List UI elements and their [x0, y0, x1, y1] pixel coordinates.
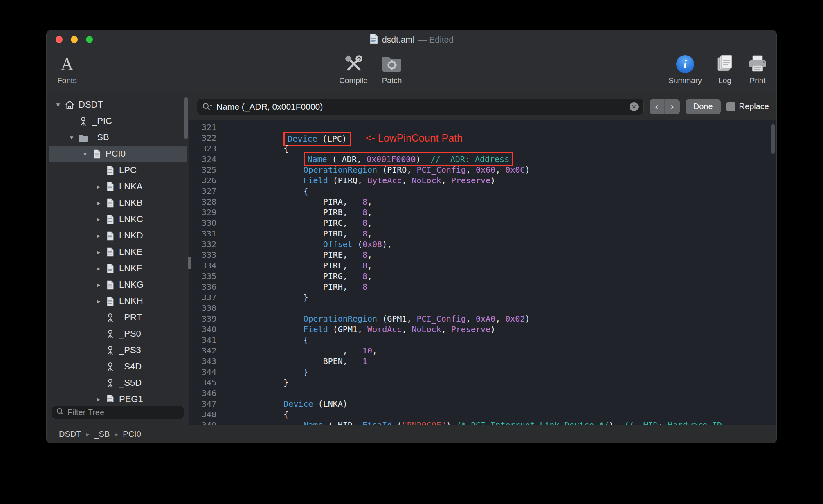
code-line: 333 PIRE, 8, [189, 250, 776, 260]
sidebar-item-lnkg[interactable]: ▸LNKG [49, 277, 187, 293]
code-line: 340 Field (GPM1, WordAcc, NoLock, Preser… [189, 324, 776, 335]
sidebar-item-_sb[interactable]: ▾_SB [49, 129, 187, 146]
filter-tree-input[interactable] [67, 408, 180, 417]
code-token: 0x08 [362, 239, 382, 249]
line-number: 333 [189, 250, 216, 260]
code-token: 8 [362, 282, 367, 292]
tree-item-label: _PIC [92, 116, 112, 126]
code-token [244, 176, 304, 185]
patch-button[interactable]: Patch [372, 52, 412, 92]
disclosure-triangle-icon[interactable]: ▾ [66, 133, 77, 142]
code-line: 337 } [189, 292, 776, 303]
find-field[interactable]: ✕ [197, 99, 644, 115]
code-token: } [244, 378, 288, 387]
disclosure-triangle-icon[interactable]: ▸ [93, 248, 104, 256]
search-menu-icon[interactable] [202, 102, 213, 111]
code-token: 8 [362, 229, 367, 239]
fonts-icon: A [61, 56, 73, 73]
tree-item-label: LNKF [119, 263, 142, 274]
sidebar-item-lnkh[interactable]: ▸LNKH [49, 293, 187, 309]
sidebar-item-lpc[interactable]: LPC [49, 162, 187, 178]
patch-folder-icon [381, 54, 403, 74]
code-line: 344 } [189, 367, 776, 377]
code-line: 339 OperationRegion (GPM1, PCI_Config, 0… [189, 313, 776, 324]
splitter-handle[interactable] [188, 257, 191, 269]
line-number: 322 [189, 133, 216, 143]
code-token: (_HID, [323, 420, 362, 425]
disclosure-triangle-icon[interactable]: ▾ [53, 101, 63, 109]
breadcrumb-item-_sb[interactable]: _SB [94, 430, 110, 439]
code-token: Device [283, 399, 313, 409]
find-next-button[interactable]: › [665, 99, 680, 114]
line-number: 339 [189, 314, 216, 324]
disclosure-triangle-icon[interactable]: ▾ [80, 150, 90, 158]
print-button[interactable]: Print [738, 52, 777, 92]
line-number: 341 [189, 335, 216, 345]
summary-label: Summary [668, 76, 702, 85]
fonts-button[interactable]: A Fonts [47, 52, 87, 92]
breadcrumb-item-dsdt[interactable]: DSDT [59, 430, 81, 439]
sidebar-item-pci0[interactable]: ▾PCI0 [49, 146, 187, 162]
disclosure-triangle-icon[interactable]: ▸ [93, 182, 104, 191]
code-line: 346 [189, 388, 776, 398]
breadcrumb-item-pci0[interactable]: PCI0 [123, 430, 141, 439]
summary-button[interactable]: i Summary [666, 52, 705, 92]
disclosure-triangle-icon[interactable]: ▸ [93, 281, 104, 289]
replace-checkbox[interactable] [726, 102, 735, 111]
sidebar-item-dsdt[interactable]: ▾DSDT [49, 97, 187, 113]
sidebar-scrollbar[interactable] [184, 97, 188, 139]
sidebar-item-lnke[interactable]: ▸LNKE [49, 244, 187, 260]
sidebar-item-lnkf[interactable]: ▸LNKF [49, 260, 187, 277]
doc-icon [104, 279, 116, 290]
filter-tree-field[interactable] [52, 406, 184, 419]
sidebar-item-lnka[interactable]: ▸LNKA [49, 178, 187, 195]
code-token [244, 324, 304, 334]
line-number: 342 [189, 346, 216, 356]
code-token: OperationRegion [304, 314, 378, 324]
sidebar-item-_s4d[interactable]: _S4D [49, 358, 187, 375]
line-number: 344 [189, 367, 216, 377]
sidebar-item-_pic[interactable]: _PIC [49, 113, 187, 129]
disclosure-triangle-icon[interactable]: ▸ [93, 395, 104, 402]
sidebar-item-lnkd[interactable]: ▸LNKD [49, 227, 187, 244]
code-token: , [367, 197, 372, 207]
code-token: WordAcc [367, 324, 402, 334]
sidebar-item-_ps0[interactable]: _PS0 [49, 326, 187, 342]
code-token [244, 154, 304, 164]
disclosure-triangle-icon[interactable]: ▸ [93, 199, 104, 207]
compile-button[interactable]: Compile [334, 52, 373, 92]
sidebar-item-peg1[interactable]: ▸PEG1 [49, 391, 187, 402]
clear-search-icon[interactable]: ✕ [630, 102, 639, 111]
code-line: 342 , 10, [189, 345, 776, 356]
code-token: PIRG, [244, 271, 362, 281]
code-token: 0x0C [505, 165, 525, 175]
document-icon [369, 34, 378, 46]
disclosure-triangle-icon[interactable]: ▸ [93, 297, 104, 306]
sidebar-item-_s5d[interactable]: _S5D [49, 375, 187, 391]
code-token: , [402, 176, 412, 185]
done-button[interactable]: Done [686, 99, 721, 114]
code-line: 325 OperationRegion (PIRQ, PCI_Config, 0… [189, 164, 776, 175]
code-token: Device [288, 134, 317, 144]
code-line: 328 PIRA, 8, [189, 196, 776, 207]
code-token: Name [304, 420, 323, 425]
tree-item-label: _S5D [119, 378, 142, 388]
find-input[interactable] [216, 102, 626, 112]
find-previous-button[interactable]: ‹ [650, 99, 665, 114]
sidebar-item-lnkb[interactable]: ▸LNKB [49, 195, 187, 211]
disclosure-triangle-icon[interactable]: ▸ [93, 215, 104, 224]
sidebar-item-_prt[interactable]: _PRT [49, 309, 187, 326]
disclosure-triangle-icon[interactable]: ▸ [93, 264, 104, 273]
code-token: { [244, 144, 288, 153]
code-token: , [367, 250, 372, 260]
code-editor[interactable]: 321322 Device (LPC) <- LowPinCount Path3… [189, 120, 776, 425]
code-token: ) [609, 420, 623, 425]
code-line: 336 PIRH, 8 [189, 281, 776, 292]
sidebar-item-lnkc[interactable]: ▸LNKC [49, 211, 187, 227]
editor-scrollbar[interactable] [771, 124, 775, 154]
code-token: (GPM1, [328, 324, 367, 334]
code-token: 0xA0 [476, 314, 495, 324]
disclosure-triangle-icon[interactable]: ▸ [93, 232, 104, 240]
tree-item-label: PEG1 [119, 394, 143, 402]
sidebar-item-_ps3[interactable]: _PS3 [49, 342, 187, 358]
